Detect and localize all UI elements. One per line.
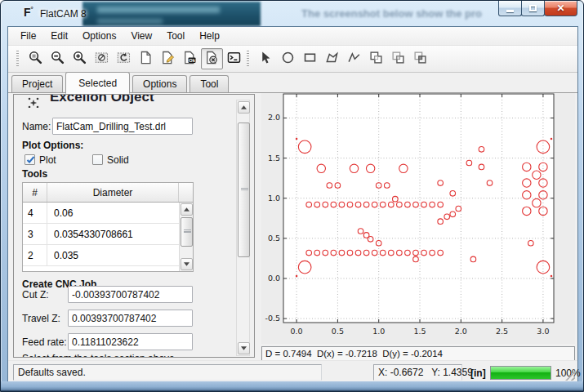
title-bar[interactable]: The screenshot below show the pro F° Fla… (1, 1, 584, 26)
menu-help[interactable]: Help (192, 28, 227, 44)
selected-panel: Excellon Object Name: Plot Options: Plot… (13, 94, 255, 358)
app-window: The screenshot below show the pro F° Fla… (0, 0, 584, 392)
draw-polyline-icon (347, 51, 361, 68)
solid-checkbox[interactable] (92, 154, 103, 165)
cutz-input[interactable] (68, 286, 193, 303)
shape-subtract-button[interactable] (387, 48, 409, 69)
close-button[interactable]: ✕ (544, 1, 577, 16)
draw-rectangle-button[interactable] (299, 48, 321, 69)
maximize-button[interactable] (521, 1, 545, 16)
zoom-in-button[interactable] (69, 48, 91, 69)
feedrate-input[interactable] (68, 333, 193, 350)
tab-bar: ProjectSelectedOptionsTool (8, 73, 577, 93)
status-message: Defaults saved. (13, 364, 322, 381)
menu-tool[interactable]: Tool (159, 28, 192, 44)
tool-row[interactable]: 40.06 (23, 203, 193, 224)
disable-plot-icon (205, 51, 219, 68)
panel-scrollbar-thumb[interactable] (238, 122, 250, 257)
menu-options[interactable]: Options (75, 28, 123, 44)
command-line-button[interactable] (223, 48, 245, 69)
menu-view[interactable]: View (123, 28, 159, 44)
replot-button[interactable] (113, 48, 135, 69)
draw-circle-button[interactable] (277, 48, 299, 69)
toolbar-drag-handle[interactable] (247, 51, 249, 67)
plot-checkbox[interactable] (25, 154, 35, 165)
panel-scrollbar[interactable] (236, 100, 250, 356)
scrollbar-thumb[interactable] (181, 217, 193, 247)
new-project-button[interactable] (135, 48, 157, 69)
clear-plot-button[interactable] (91, 48, 113, 69)
edit-object-button[interactable] (157, 48, 179, 69)
name-input[interactable] (52, 118, 193, 135)
save-object-button[interactable]: Ok (179, 48, 201, 69)
toolbar: Ok (8, 46, 577, 73)
draw-circle-icon (281, 51, 295, 68)
panel-scroll-down-button[interactable] (238, 342, 250, 354)
tool-number-cell[interactable]: 2 (23, 245, 47, 265)
disable-plot-button[interactable] (201, 48, 223, 69)
tools-table-scrollbar[interactable] (179, 203, 193, 271)
scroll-up-button[interactable] (181, 203, 193, 216)
tab-selected[interactable]: Selected (65, 72, 130, 94)
maximize-icon (529, 5, 537, 11)
tools-label: Tools (22, 168, 47, 180)
clear-plot-icon (95, 51, 109, 68)
progress-bar-fill (491, 367, 551, 379)
tool-diameter-cell[interactable]: 0.0354330708661 (47, 224, 193, 244)
feedrate-label: Feed rate: (22, 336, 67, 348)
background-window-bleed (82, 2, 261, 26)
excellon-icon (27, 96, 40, 108)
status-bar: Defaults saved. X: -0.6672 Y: 1.4359 [in… (8, 360, 577, 383)
zoom-fit-icon (29, 51, 42, 68)
select-icon (259, 51, 273, 68)
column-header-diameter[interactable]: Diameter (47, 183, 179, 202)
tab-project[interactable]: Project (11, 75, 63, 93)
svg-text:2.5: 2.5 (496, 327, 508, 336)
travelz-input[interactable] (68, 310, 193, 327)
tab-options[interactable]: Options (132, 75, 187, 93)
zoom-out-button[interactable] (47, 48, 69, 69)
name-label: Name: (22, 121, 51, 132)
window-bottom-frame (1, 381, 584, 391)
plot-canvas[interactable]: 0.00.51.01.52.02.53.0-0.50.00.51.01.52.0 (261, 93, 575, 344)
command-line-icon (227, 51, 241, 68)
tool-number-cell[interactable]: 3 (23, 224, 47, 244)
shape-union-button[interactable] (365, 48, 387, 69)
zoom-fit-button[interactable] (25, 48, 47, 69)
tool-number-cell[interactable]: 4 (23, 203, 47, 223)
shape-subtract-icon (391, 51, 405, 68)
solid-checkbox-label: Solid (107, 154, 129, 166)
units-label: [in] (470, 368, 486, 379)
panel-scroll-up-button[interactable] (238, 101, 250, 114)
menu-edit[interactable]: Edit (43, 28, 75, 44)
minimize-button[interactable] (498, 1, 522, 16)
tab-tool[interactable]: Tool (189, 75, 229, 93)
tools-table: # Diameter 40.0630.035433070866120.035 (22, 182, 194, 272)
tools-table-body: 40.0630.035433070866120.035 (23, 203, 193, 266)
column-header-number[interactable]: # (23, 183, 47, 202)
select-button[interactable] (255, 48, 277, 69)
tool-row[interactable]: 20.035 (23, 245, 193, 266)
svg-text:0.0: 0.0 (268, 274, 280, 283)
tools-table-header: # Diameter (23, 183, 193, 203)
app-icon: F° (24, 6, 33, 19)
draw-polygon-button[interactable] (321, 48, 343, 69)
shape-intersect-button[interactable] (409, 48, 431, 69)
shape-union-icon (369, 51, 383, 68)
draw-polyline-button[interactable] (343, 48, 365, 69)
travelz-label: Travel Z: (22, 313, 60, 324)
cutz-label: Cut Z: (22, 289, 49, 301)
zoom-in-icon (73, 51, 87, 68)
toolbar-drag-handle[interactable] (16, 51, 19, 67)
svg-text:1.5: 1.5 (413, 327, 426, 336)
shape-intersect-icon (413, 51, 427, 68)
svg-text:Ok: Ok (189, 57, 195, 62)
replot-icon (117, 51, 131, 68)
tool-diameter-cell[interactable]: 0.06 (47, 203, 193, 223)
tool-diameter-cell[interactable]: 0.035 (47, 245, 193, 265)
menu-bar: FileEditOptionsViewToolHelp (8, 27, 577, 46)
menu-file[interactable]: File (13, 28, 43, 44)
progress-bar (490, 366, 551, 380)
scroll-down-button[interactable] (181, 258, 193, 270)
tool-row[interactable]: 30.0354330708661 (23, 224, 193, 245)
